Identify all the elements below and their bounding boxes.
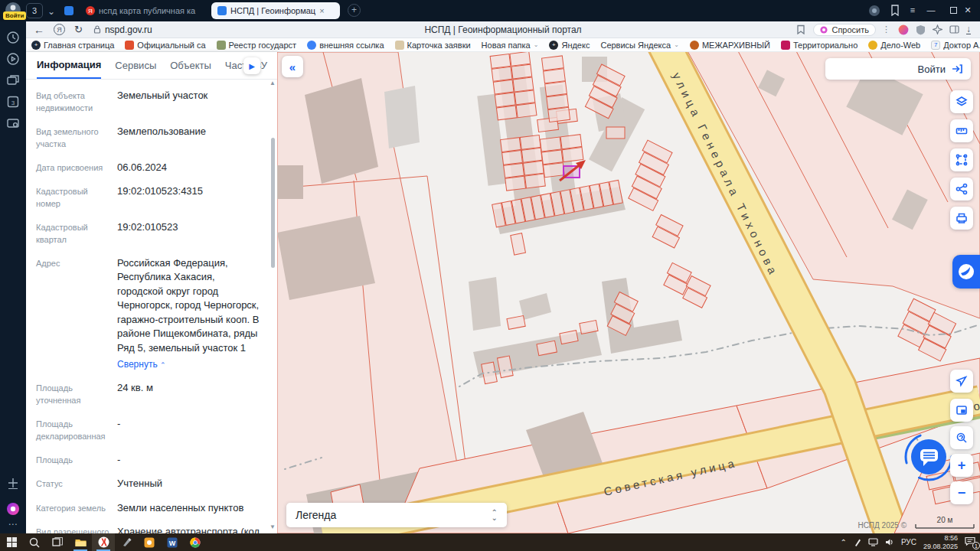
bookmark-item[interactable]: МЕЖАРХИВНЫЙ [690,41,770,50]
notification-center[interactable]: 1 [965,536,975,548]
print-button[interactable] [950,207,973,230]
bookmark-item[interactable]: Дело-Web [868,41,920,50]
area-select-button[interactable] [950,148,973,171]
object-info-panel: Информация Сервисы Объекты Части ЗУ Сост… [26,52,277,533]
bookmark-item[interactable]: Официальный са [125,41,205,50]
sidebar-add-icon[interactable] [6,476,20,490]
play-circle-icon[interactable] [6,52,20,66]
extensions-icon[interactable] [933,24,942,34]
paint-icon[interactable] [115,533,138,551]
task-view-button[interactable] [46,533,69,551]
minimize-button[interactable]: — [922,5,940,15]
assistant-panel-tab[interactable] [952,255,980,289]
tab-objects[interactable]: Объекты [170,53,211,78]
share-button[interactable] [950,178,973,201]
measure-ruler-button[interactable] [950,119,973,142]
close-button[interactable]: ✕ [959,5,977,15]
bookmark-item[interactable]: Реестр государст [217,41,297,50]
scale-label: 20 м [937,516,953,524]
zoom-in-button[interactable]: + [950,454,973,477]
svg-text:W: W [169,539,176,546]
language-indicator[interactable]: РУС [901,538,916,546]
start-button[interactable] [0,533,23,551]
chrome-icon[interactable] [184,533,207,551]
yandex-button-icon[interactable]: Я [54,24,65,35]
bookmark-item[interactable]: внешняя ссылка [307,41,384,50]
volume-icon[interactable] [885,538,894,546]
profile-signin-badge[interactable]: Войти [3,11,26,20]
search-button[interactable] [23,533,46,551]
bookmark-item[interactable]: Территориально [781,41,858,50]
panel-scrollbar[interactable] [271,86,275,527]
layers-button[interactable] [950,90,973,113]
tabs-dropdown-chevron-icon[interactable]: ⌄ [47,7,55,16]
network-icon[interactable] [868,538,878,546]
pinned-tab-icon[interactable] [64,6,74,15]
pen-icon[interactable] [854,538,861,547]
alice-icon[interactable] [6,502,20,516]
ask-alice-button[interactable]: Спросить [813,24,876,36]
scroll-down-icon[interactable]: ▼ [270,523,276,530]
collections-icon[interactable] [890,5,900,19]
bookmark-item[interactable]: +Яндекс [549,41,590,50]
history-icon[interactable] [6,31,20,44]
back-icon[interactable]: ← [34,24,44,36]
bookmark-favicon: 7 [931,41,940,50]
attribute-row: Вид разрешенного использованияХранение а… [36,525,263,533]
url-text[interactable]: nspd.gov.ru [105,24,152,35]
browser-profile-avatar[interactable]: Войти [5,2,21,21]
sidebar-more-icon[interactable]: ⋯ [6,519,20,533]
tab-information[interactable]: Информация [37,52,101,79]
zoom-to-extent-button[interactable] [950,426,973,449]
sidebar-panels-icon[interactable] [949,24,959,34]
bookmark-folder[interactable]: Новая папка⌄ [482,41,539,50]
locate-me-button[interactable] [950,370,973,393]
yandex-browser-icon[interactable] [92,533,115,551]
bookmark-item[interactable]: 7Доктор А. С. Зал [931,41,980,50]
collapse-panel-button[interactable]: « [282,56,303,77]
cadastral-map[interactable]: улица Генерала Тихонова Советская улица … [277,52,980,533]
bookmark-favicon [307,41,316,50]
collapse-address-link[interactable]: Свернуть ⌃ [117,358,263,371]
map-login-button[interactable]: Войти [825,58,971,80]
file-explorer-icon[interactable] [69,533,92,551]
hidden-icons-chevron[interactable]: ⌃ [841,538,847,546]
yandex-app-icon[interactable] [138,533,161,551]
chevron-down-icon: ⌄ [534,41,539,48]
map-canvas[interactable]: улица Генерала Тихонова Советская улица … [277,52,980,533]
windows-panels-icon[interactable] [6,73,20,87]
attribute-row-address: Адрес Российская Федерация, Республика Х… [36,256,263,371]
overview-map-button[interactable] [950,399,973,422]
taskbar-clock[interactable]: 8:56 29.08.2025 [923,534,958,550]
tab-services[interactable]: Сервисы [115,53,156,78]
tab-counter[interactable]: 3 [26,3,43,18]
menu-icon[interactable]: ≡ [903,5,922,15]
downloads-icon[interactable]: ↓ [966,24,971,34]
word-icon[interactable]: W [161,533,184,551]
attribute-row: Площадь уточненная24 кв. м [36,381,263,407]
reload-icon[interactable]: ↻ [74,24,83,35]
screenshot-tab-icon[interactable] [6,116,20,130]
restore-button[interactable] [950,7,957,14]
bookmark-favicon [781,41,790,50]
more-options-icon[interactable]: ⋮ [882,24,890,34]
scrollbar-thumb[interactable] [271,138,275,268]
zoom-out-button[interactable]: − [950,481,973,504]
attribute-list: Вид объекта недвижимостиЗемельный участо… [26,80,277,533]
bookmark-favicon [395,41,404,50]
tab-nspd-portal[interactable]: НСПД | Геоинформац × [211,2,340,19]
assistant-icon[interactable] [898,24,909,35]
new-tab-button[interactable]: + [348,4,361,17]
protect-shield-icon[interactable] [916,24,926,35]
bookmark-folder[interactable]: Сервисы Яндекса⌄ [600,41,678,50]
tab-counter-icon[interactable]: 3 [6,95,20,109]
tab-close-icon[interactable]: × [319,6,324,15]
attribute-row: Дата присвоения06.06.2024 [36,161,263,174]
tabs-scroll-right-button[interactable]: ▶ [243,57,260,74]
tab-public-cadastral-map[interactable]: Я нспд карта публичная ка [80,2,207,19]
bookmark-item[interactable]: Карточка заявки [395,41,471,50]
chrome-avatar-icon[interactable] [868,5,880,20]
legend-toggle[interactable]: Легенда ⌃⌄ [286,503,507,527]
bookmark-flag-icon[interactable] [796,24,805,34]
bookmark-item[interactable]: +Главная страница [31,41,114,50]
